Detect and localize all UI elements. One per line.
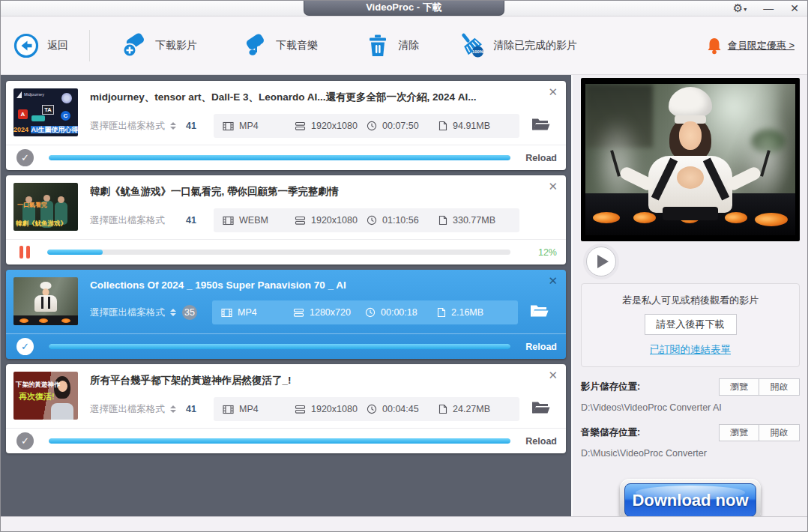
video-location-label: 影片儲存位置: (581, 381, 640, 393)
close-button[interactable]: ✕ (790, 0, 799, 16)
download-now-button[interactable]: Download now (620, 479, 761, 522)
back-button[interactable]: 返回 (13, 33, 68, 58)
download-now-label: Download now (624, 483, 756, 517)
private-video-hint: 若是私人可见或稍後觀看的影片 (586, 294, 795, 307)
login-button[interactable]: 請登入後再下載 (645, 314, 737, 335)
size-value: 94.91MB (453, 121, 490, 131)
duration-cell: 00:04:45 (367, 404, 438, 414)
progress-row: 12% (6, 239, 566, 265)
video-title: 韓劇《鱿鱼游戏》一口氣看完, 帶你回顧第一季完整劇情 (90, 185, 555, 199)
thumb-caption: AI生圖使用心得 (31, 126, 78, 133)
chevron-down-icon: ▾ (744, 6, 747, 15)
resolution-value: 1920x1080 (311, 215, 358, 226)
clear-label: 清除 (398, 39, 419, 52)
file-icon (437, 307, 446, 318)
completed-check-icon: ✓ (16, 149, 34, 166)
format-selector[interactable]: 選擇匯出檔案格式 (90, 306, 176, 319)
open-folder-button[interactable] (531, 118, 550, 134)
size-value: 330.77MB (453, 215, 495, 226)
browse-music-button[interactable]: 瀏覽 (719, 424, 759, 441)
minimize-button[interactable]: — (763, 0, 774, 16)
reload-button[interactable]: Reload (522, 342, 557, 352)
format-count-badge: 35 (182, 305, 197, 320)
music-location-path: D:\Music\VideoProc Converter (581, 448, 800, 459)
thumb-brand-text: Midjourney (24, 92, 44, 97)
close-icon[interactable]: ✕ (548, 181, 558, 192)
download-item[interactable]: 一口氣看完 韓劇《鱿鱼游戏》 韓劇《鱿鱼游戏》一口氣看完, 帶你回顧第一季完整劇… (6, 175, 566, 265)
subscribed-links-link[interactable]: 已訂閱的連結表單 (586, 343, 795, 357)
file-icon (438, 121, 447, 131)
progress-row: ✓ Reload (6, 428, 566, 453)
format-count-badge: 41 (184, 215, 199, 226)
open-music-button[interactable]: 開啟 (759, 424, 800, 441)
format-selector-label: 選擇匯出檔案格式 (90, 120, 165, 133)
reload-button[interactable]: Reload (522, 436, 557, 447)
download-music-button[interactable]: 下載音樂 (241, 32, 318, 59)
broom-badge: 100% (472, 49, 483, 54)
reload-button[interactable]: Reload (522, 153, 557, 163)
progress-row: ✓ Reload (6, 145, 566, 170)
size-value: 24.27MB (453, 404, 490, 414)
settings-button[interactable]: ⚙ ▾ (733, 1, 747, 15)
duration-cell: 00:07:50 (367, 121, 438, 131)
video-thumbnail: 下架的黃遊神作 再次復活! (13, 372, 78, 420)
browse-video-button[interactable]: 瀏覽 (719, 378, 759, 396)
window-title: VideoProc - 下載 (304, 0, 504, 16)
folder-icon (531, 118, 550, 131)
metadata-strip: MP4 1920x1080 00:04:45 (214, 397, 519, 421)
thumb-logo (61, 93, 72, 103)
preview-panel: 若是私人可见或稍後觀看的影片 請登入後再下載 已訂閱的連結表單 影片儲存位置: … (571, 75, 808, 516)
toolbar-divider (89, 30, 90, 61)
progress-percent: 12% (522, 247, 557, 258)
thumb-tag (31, 115, 45, 121)
sailboat-logo-icon (16, 91, 22, 98)
download-video-button[interactable]: 下載影片 (120, 32, 197, 59)
pause-icon[interactable] (19, 246, 30, 259)
play-button[interactable] (586, 247, 616, 276)
format-value: WEBM (239, 215, 268, 226)
completed-check-icon: ✓ (16, 432, 34, 450)
format-selector[interactable]: 選擇匯出檔案格式 (90, 120, 176, 133)
updown-arrows-icon (170, 309, 176, 316)
download-item-selected[interactable]: Collections Of 2024 _ 1950s Super Panavi… (6, 270, 566, 359)
download-music-icon (241, 32, 268, 59)
clear-button[interactable]: 清除 (366, 33, 419, 58)
size-cell: 330.77MB (438, 215, 510, 226)
clear-completed-button[interactable]: 100% 清除已完成的影片 (456, 31, 577, 60)
open-video-button[interactable]: 開啟 (759, 378, 800, 396)
member-offer-link[interactable]: 會員限定優惠 > (728, 39, 795, 52)
progress-row: ✓ Reload (6, 333, 566, 359)
video-thumbnail: 一口氣看完 韓劇《鱿鱼游戏》 (13, 183, 78, 231)
resolution-icon (295, 405, 306, 414)
thumb-caption: 一口氣看完 (17, 201, 47, 209)
format-selector: 選擇匯出檔案格式 (90, 214, 176, 227)
back-arrow-icon (13, 33, 39, 58)
video-preview[interactable] (581, 78, 800, 241)
thumb-caption: 韓劇《鱿鱼游戏》 (16, 220, 67, 229)
thumb-badge: C (61, 111, 70, 121)
close-icon[interactable]: ✕ (548, 369, 558, 381)
folder-icon (530, 304, 549, 318)
open-folder-button[interactable] (530, 304, 549, 321)
folder-icon (531, 401, 550, 414)
video-title: Collections Of 2024 _ 1950s Super Panavi… (90, 279, 555, 291)
download-item[interactable]: 下架的黃遊神作 再次復活! 所有平台幾乎都下架的黃遊神作居然復活了_! 選擇匯出… (6, 364, 566, 453)
resolution-value: 1920x1080 (311, 121, 358, 131)
download-item[interactable]: Midjourney A TA C 2024 AI生圖使用心得 midjourn… (6, 81, 566, 170)
progress-bar (49, 155, 510, 160)
resolution-icon (293, 308, 304, 318)
format-selector[interactable]: 選擇匯出檔案格式 (90, 403, 176, 416)
titlebar: VideoProc - 下載 ⚙ ▾ — ✕ (0, 0, 808, 16)
close-icon[interactable]: ✕ (548, 275, 558, 286)
close-icon[interactable]: ✕ (548, 86, 558, 97)
format-selector-label: 選擇匯出檔案格式 (90, 403, 165, 416)
size-cell: 24.27MB (438, 404, 510, 414)
open-folder-button[interactable] (531, 401, 550, 417)
bell-icon (707, 37, 722, 55)
download-video-icon (120, 32, 147, 59)
thumb-badge: A (18, 109, 28, 119)
clear-completed-label: 清除已完成的影片 (493, 39, 577, 52)
thumb-badge: TA (42, 105, 54, 115)
duration-value: 00:04:45 (382, 404, 419, 414)
size-cell: 2.16MB (437, 307, 509, 318)
